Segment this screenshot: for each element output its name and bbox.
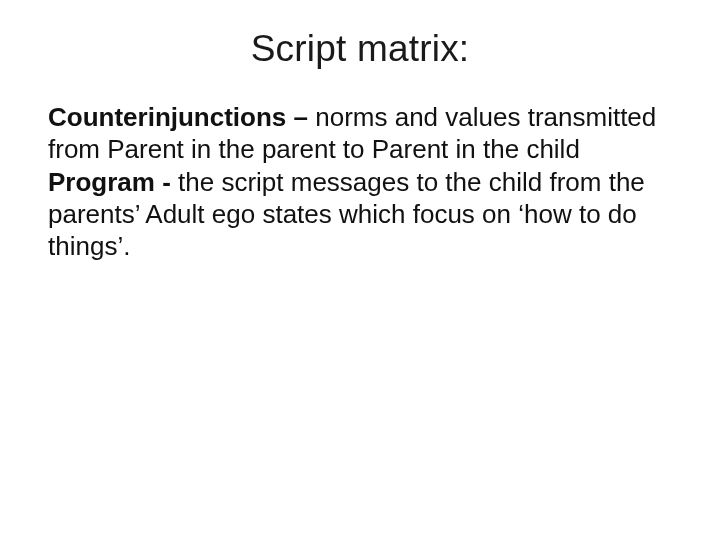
- term-label: Program -: [48, 167, 178, 197]
- definition-item: Counterinjunctions – norms and values tr…: [48, 102, 672, 165]
- term-label: Counterinjunctions –: [48, 102, 315, 132]
- slide-title: Script matrix:: [48, 28, 672, 70]
- slide-body: Counterinjunctions – norms and values tr…: [48, 102, 672, 263]
- definition-item: Program - the script messages to the chi…: [48, 167, 672, 262]
